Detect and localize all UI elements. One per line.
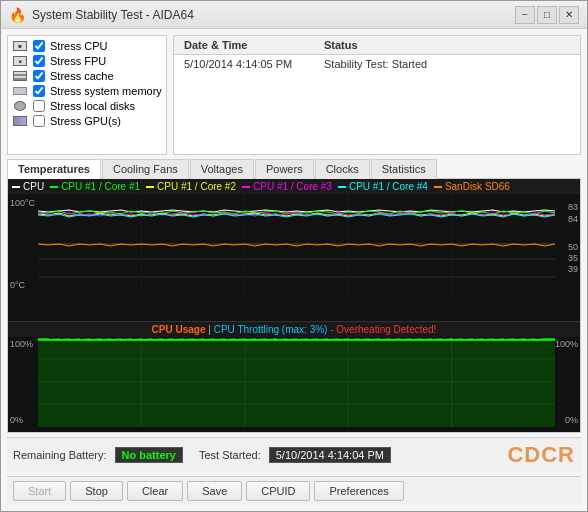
usage-chart-svg [38, 337, 555, 427]
tab-cooling-fans[interactable]: Cooling Fans [102, 159, 189, 179]
legend-core1: CPU #1 / Core #1 [50, 181, 140, 192]
stress-disk-checkbox[interactable] [33, 100, 45, 112]
usage-chart: CPU Usage | CPU Throttling (max: 3%) - O… [8, 322, 580, 432]
temp-y-top: 100°C [10, 198, 35, 208]
legend-sandisk-label: SanDisk SD66 [445, 181, 510, 192]
usage-y-bottom-right: 0% [555, 415, 578, 425]
tab-temperatures[interactable]: Temperatures [7, 159, 101, 179]
fpu-icon: ■ [12, 55, 28, 67]
maximize-button[interactable]: □ [537, 6, 557, 24]
main-content: ■ Stress CPU ■ Stress FPU Stress cache [1, 29, 587, 511]
stress-gpu-item: Stress GPU(s) [12, 115, 162, 127]
temp-val-50: 50 [568, 242, 578, 252]
clear-button[interactable]: Clear [127, 481, 183, 501]
usage-chart-title: CPU Usage | CPU Throttling (max: 3%) - O… [8, 322, 580, 337]
temp-y-labels-left: 100°C 0°C [10, 198, 35, 290]
temp-chart-area: 100°C 0°C 83 84 50 35 39 [8, 194, 580, 294]
title-bar: 🔥 System Stability Test - AIDA64 − □ ✕ [1, 1, 587, 29]
tab-bar: Temperatures Cooling Fans Voltages Power… [7, 159, 581, 179]
save-button[interactable]: Save [187, 481, 242, 501]
title-bar-buttons: − □ ✕ [515, 6, 579, 24]
stress-cpu-checkbox[interactable] [33, 40, 45, 52]
minimize-button[interactable]: − [515, 6, 535, 24]
action-bar: Start Stop Clear Save CPUID Preferences [7, 476, 581, 505]
temp-val-35: 35 [568, 253, 578, 263]
temp-y-labels-right-bottom: 50 35 39 [568, 242, 578, 274]
legend-cpu-dot [12, 186, 20, 188]
stress-panel: ■ Stress CPU ■ Stress FPU Stress cache [7, 35, 167, 155]
log-cell-datetime: 5/10/2014 4:14:05 PM [180, 57, 320, 71]
stress-gpu-label: Stress GPU(s) [50, 115, 121, 127]
temp-chart-svg [38, 194, 555, 294]
stress-disk-item: Stress local disks [12, 100, 162, 112]
close-button[interactable]: ✕ [559, 6, 579, 24]
log-header-status: Status [320, 38, 362, 52]
stress-fpu-checkbox[interactable] [33, 55, 45, 67]
temp-y-labels-right: 83 84 [568, 202, 578, 224]
temp-legend: CPU CPU #1 / Core #1 CPU #1 / Core #2 [8, 179, 580, 194]
log-row-0: 5/10/2014 4:14:05 PM Stability Test: Sta… [174, 55, 580, 73]
stop-button[interactable]: Stop [70, 481, 123, 501]
tab-statistics[interactable]: Statistics [371, 159, 437, 179]
start-button[interactable]: Start [13, 481, 66, 501]
stress-fpu-label: Stress FPU [50, 55, 106, 67]
stress-gpu-checkbox[interactable] [33, 115, 45, 127]
charts-section: CPU CPU #1 / Core #1 CPU #1 / Core #2 [7, 179, 581, 433]
log-header: Date & Time Status [174, 36, 580, 55]
legend-core4-label: CPU #1 / Core #4 [349, 181, 428, 192]
stress-cpu-item: ■ Stress CPU [12, 40, 162, 52]
usage-y-labels-left: 100% 0% [10, 339, 33, 425]
usage-y-top-left: 100% [10, 339, 33, 349]
tab-clocks[interactable]: Clocks [315, 159, 370, 179]
temp-val-83: 83 [568, 202, 578, 212]
cpuid-button[interactable]: CPUID [246, 481, 310, 501]
usage-y-bottom-left: 0% [10, 415, 33, 425]
test-started-value: 5/10/2014 4:14:04 PM [269, 447, 391, 463]
legend-core2-dot [146, 186, 154, 188]
memory-icon [12, 85, 28, 97]
svg-marker-16 [38, 340, 555, 427]
log-cell-status: Stability Test: Started [320, 57, 431, 71]
legend-core4-dot [338, 186, 346, 188]
battery-value: No battery [115, 447, 183, 463]
log-header-datetime: Date & Time [180, 38, 320, 52]
tab-powers[interactable]: Powers [255, 159, 314, 179]
legend-core2: CPU #1 / Core #2 [146, 181, 236, 192]
usage-y-labels-right: 100% 0% [555, 339, 578, 425]
usage-chart-area: 100% 0% 100% 0% [8, 337, 580, 427]
battery-label: Remaining Battery: [13, 449, 107, 461]
gpu-icon [12, 115, 28, 127]
legend-core4: CPU #1 / Core #4 [338, 181, 428, 192]
usage-y-top-right: 100% [555, 339, 578, 349]
preferences-button[interactable]: Preferences [314, 481, 403, 501]
test-started-label: Test Started: [199, 449, 261, 461]
log-panel: Date & Time Status 5/10/2014 4:14:05 PM … [173, 35, 581, 155]
usage-title-throttle: CPU Throttling (max: 3%) [214, 324, 328, 335]
tabs-section: Temperatures Cooling Fans Voltages Power… [7, 159, 581, 433]
legend-core1-label: CPU #1 / Core #1 [61, 181, 140, 192]
legend-sandisk: SanDisk SD66 [434, 181, 510, 192]
stress-memory-label: Stress system memory [50, 85, 162, 97]
legend-core2-label: CPU #1 / Core #2 [157, 181, 236, 192]
stress-cache-item: Stress cache [12, 70, 162, 82]
legend-core3: CPU #1 / Core #3 [242, 181, 332, 192]
legend-cpu: CPU [12, 181, 44, 192]
tab-voltages[interactable]: Voltages [190, 159, 254, 179]
temp-chart: CPU CPU #1 / Core #1 CPU #1 / Core #2 [8, 179, 580, 322]
title-bar-left: 🔥 System Stability Test - AIDA64 [9, 7, 194, 23]
app-icon: 🔥 [9, 7, 26, 23]
legend-cpu-label: CPU [23, 181, 44, 192]
stress-cache-label: Stress cache [50, 70, 114, 82]
stress-memory-checkbox[interactable] [33, 85, 45, 97]
watermark: CDCR [507, 442, 575, 468]
legend-sandisk-dot [434, 186, 442, 188]
main-window: 🔥 System Stability Test - AIDA64 − □ ✕ ■… [0, 0, 588, 512]
temp-val-84: 84 [568, 214, 578, 224]
temp-y-bottom: 0°C [10, 280, 35, 290]
legend-core3-dot [242, 186, 250, 188]
usage-title-alert: - Overheating Detected! [330, 324, 436, 335]
window-title: System Stability Test - AIDA64 [32, 8, 194, 22]
stress-cache-checkbox[interactable] [33, 70, 45, 82]
cache-icon [12, 70, 28, 82]
stress-cpu-label: Stress CPU [50, 40, 107, 52]
